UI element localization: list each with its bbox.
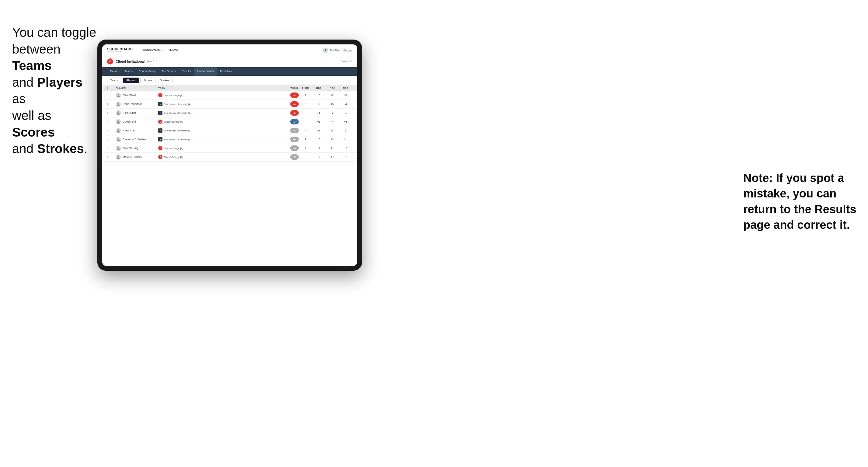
col-rd1: RD1 [312, 87, 326, 89]
tab-teams[interactable]: Teams [122, 67, 136, 76]
player-cell: Blair McHarg [116, 146, 158, 151]
svg-point-4 [117, 104, 120, 106]
tab-tee-groups[interactable]: Tee Groups [158, 67, 179, 76]
team-badge: C [158, 93, 162, 97]
rd2-cell: -4 [326, 120, 339, 123]
col-player: PLAYER [116, 87, 158, 89]
player-name: Rees Britt [123, 129, 135, 132]
nav-tournaments[interactable]: TOURNAMENTS [138, 44, 165, 56]
col-thru: THRU [299, 87, 312, 89]
player-cell: Rich Butler [116, 110, 158, 116]
col-rd2: RD2 [326, 87, 339, 89]
sign-out-link[interactable]: Sign out [343, 49, 352, 52]
rank-cell: 3 [107, 112, 116, 115]
team-cell: C Clippd College [A] [158, 155, 280, 159]
tab-course-setup[interactable]: Course Setup [136, 67, 158, 76]
team-cell: C Clippd College [A] [158, 120, 280, 124]
team-cell: ▪ Scoreboard University [A] [158, 102, 280, 106]
rd1-cell: +2 [312, 155, 326, 158]
tab-leaderboards[interactable]: Leaderboards [194, 67, 217, 76]
table-row: 6 Cameron Robertson ▪ Scoreboard Univers… [102, 135, 357, 144]
thru-cell: F [299, 155, 312, 158]
rd1-cell: +1 [312, 129, 326, 132]
rd2-cell: +2 [326, 138, 339, 141]
team-badge: ▪ [158, 128, 162, 133]
total-score: +1 [290, 128, 299, 133]
table-row: 4 David Ford C Clippd College [A] E F +1… [102, 118, 357, 126]
logo-text: SCOREBOARD [107, 48, 133, 51]
rd2-cell: -2 [326, 111, 339, 115]
player-cell: Chris Robertson [116, 101, 158, 107]
subtab-scores[interactable]: Scores [140, 77, 155, 83]
svg-point-11 [118, 138, 119, 139]
rd2-cell: +5 [326, 102, 339, 105]
svg-point-13 [118, 147, 119, 149]
subtab-players[interactable]: Players [123, 77, 139, 83]
rank-cell: 6 [107, 138, 116, 141]
team-badge: C [158, 120, 162, 124]
player-cell: Marcus Turners [116, 154, 158, 160]
thru-cell: F [299, 120, 312, 123]
team-name: Clippd College [A] [164, 156, 183, 158]
tournament-header: C Clippd Invitational (Men) Cancel ✕ [102, 56, 357, 67]
player-avatar [116, 154, 121, 160]
total-score: -2 [290, 110, 299, 116]
player-avatar [116, 128, 121, 133]
top-nav: SCOREBOARD Powered by clippd TOURNAMENTS… [102, 44, 357, 56]
logo-area: SCOREBOARD Powered by clippd [107, 48, 133, 53]
cancel-button[interactable]: Cancel ✕ [340, 60, 352, 63]
svg-point-8 [117, 122, 120, 124]
player-name: David Ford [123, 120, 136, 123]
tournament-subtitle: (Men) [147, 60, 154, 63]
rank-cell: 7 [107, 147, 116, 150]
thru-cell: F [299, 111, 312, 115]
thru-cell: F [299, 138, 312, 141]
rd1-cell: +2 [312, 147, 326, 150]
player-name: Blair McHarg [123, 147, 138, 150]
rd2-cell: +7 [326, 155, 339, 158]
rd1-cell: -5 [312, 102, 326, 105]
tab-printables[interactable]: Printables [217, 67, 235, 76]
player-name: Elliot Ebert [123, 94, 136, 97]
subtab-teams[interactable]: Teams [107, 77, 122, 83]
col-rank: # [107, 87, 116, 89]
svg-point-6 [117, 113, 120, 115]
right-annotation: Note: If you spot a mistake, you can ret… [743, 170, 859, 233]
svg-point-12 [117, 139, 120, 142]
bold-strokes: Strokes [37, 142, 84, 156]
user-label: Test User | [330, 49, 342, 52]
player-avatar [116, 110, 121, 116]
rd1-cell: +3 [312, 94, 326, 97]
svg-point-9 [118, 129, 119, 131]
tournament-name: Clippd Invitational [116, 60, 145, 63]
thru-cell: F [299, 147, 312, 150]
total-score: -4 [290, 101, 299, 107]
subtab-strokes[interactable]: Strokes [157, 77, 173, 83]
col-total: TOTAL [280, 87, 299, 89]
team-name: Clippd College [A] [164, 121, 183, 123]
team-name: Scoreboard University [A] [164, 138, 191, 141]
table-body: 1 Elliot Ebert C Clippd College [A] -8 F… [102, 91, 357, 161]
col-team: TEAM [158, 87, 280, 89]
rd2-cell: E [326, 129, 339, 132]
table-row: 5 Rees Britt ▪ Scoreboard University [A]… [102, 126, 357, 135]
rank-cell: 8 [107, 156, 116, 158]
team-badge: ▪ [158, 102, 162, 106]
rank-cell: 2 [107, 103, 116, 105]
player-cell: Elliot Ebert [116, 92, 158, 98]
team-badge: C [158, 155, 162, 159]
tab-details[interactable]: Details [107, 67, 122, 76]
leaderboard-table: # PLAYER TEAM TOTAL THRU RD1 RD2 RD3 1 E… [102, 85, 357, 266]
team-cell: ▪ Scoreboard University [A] [158, 137, 280, 142]
player-avatar [116, 146, 121, 151]
total-score: +8 [290, 146, 299, 151]
bold-players: Players [37, 75, 83, 89]
sub-tabs: Teams Players Scores Strokes [102, 76, 357, 85]
rank-cell: 4 [107, 121, 116, 123]
tab-results[interactable]: Results [179, 67, 194, 76]
team-name: Clippd College [A] [164, 147, 183, 150]
table-row: 8 Marcus Turners C Clippd College [A] +1… [102, 153, 357, 161]
player-name: Rich Butler [123, 111, 136, 115]
nav-teams[interactable]: TEAMS [165, 44, 181, 56]
user-icon: 👤 [323, 48, 328, 53]
